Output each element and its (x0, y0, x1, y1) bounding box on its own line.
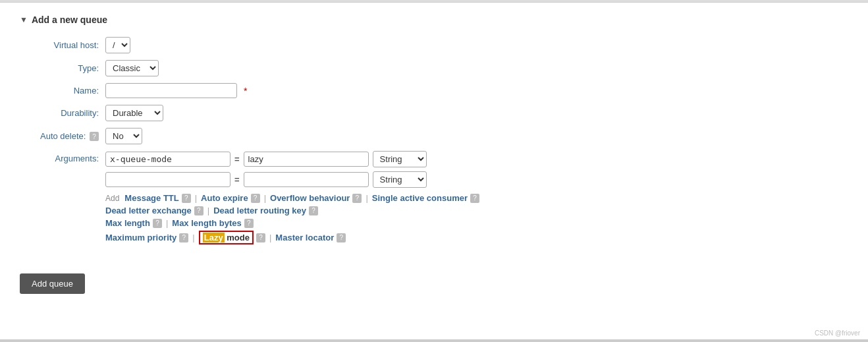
link-dead-letter-routing-key[interactable]: Dead letter routing key (213, 206, 306, 215)
help-message-ttl[interactable]: ? (182, 194, 191, 203)
type-control: Classic Quorum (105, 60, 159, 76)
virtual-host-control: / (105, 37, 130, 53)
lazy-mode-highlight: Lazy mode (199, 231, 254, 244)
help-maximum-priority[interactable]: ? (179, 233, 188, 242)
name-input[interactable] (105, 83, 237, 98)
add-label: Add (105, 194, 119, 203)
durability-row: Durability: Durable Transient (20, 105, 848, 121)
arguments-label: Arguments: (20, 151, 105, 163)
sep-2: | (264, 193, 266, 203)
help-auto-expire[interactable]: ? (251, 194, 260, 203)
arg-key-input-2[interactable] (105, 172, 231, 187)
help-max-length[interactable]: ? (153, 219, 162, 228)
link-overflow-behaviour[interactable]: Overflow behaviour (270, 193, 350, 203)
links-line-3: Max length ? | Max length bytes ? (105, 218, 848, 228)
arg-type-select-1[interactable]: String Boolean Number List (373, 151, 427, 167)
section-title-text: Add a new queue (32, 14, 107, 25)
link-master-locator[interactable]: Master locator (275, 233, 334, 242)
link-max-length[interactable]: Max length (105, 218, 150, 228)
help-dead-letter-exchange[interactable]: ? (194, 206, 203, 215)
link-dead-letter-exchange[interactable]: Dead letter exchange (105, 206, 192, 215)
help-master-locator[interactable]: ? (337, 233, 346, 242)
required-star: * (244, 86, 247, 96)
add-queue-button[interactable]: Add queue (20, 273, 85, 294)
arguments-inputs: = String Boolean Number List = String (105, 151, 427, 188)
help-overflow[interactable]: ? (352, 194, 362, 203)
name-control: * (105, 83, 247, 98)
sep-3: | (366, 193, 367, 203)
links-line-2: Dead letter exchange ? | Dead letter rou… (105, 206, 848, 215)
auto-delete-help[interactable]: ? (90, 132, 99, 141)
type-select[interactable]: Classic Quorum (105, 60, 159, 76)
sep-6: | (192, 233, 194, 242)
add-queue-section: ▼ Add a new queue Virtual host: / Type: … (0, 3, 868, 267)
link-max-length-bytes[interactable]: Max length bytes (172, 218, 241, 228)
section-title[interactable]: ▼ Add a new queue (20, 14, 848, 25)
arguments-section: Arguments: = String Boolean Number List (20, 151, 848, 188)
link-lazy-mode[interactable]: Lazy mode (203, 233, 250, 242)
durability-label: Durability: (20, 108, 105, 118)
auto-delete-label-text: Auto delete: (40, 131, 86, 141)
eq-sign-2: = (234, 175, 240, 185)
auto-delete-select[interactable]: No Yes (105, 128, 142, 144)
name-label: Name: (20, 86, 105, 96)
links-line-4: Maximum priority ? | Lazy mode ? | Maste… (105, 231, 848, 244)
virtual-host-select[interactable]: / (105, 37, 130, 53)
link-auto-expire[interactable]: Auto expire (201, 193, 248, 203)
links-line-1: Add Message TTL ? | Auto expire ? | Over… (105, 193, 848, 203)
add-links-row: Add Message TTL ? | Auto expire ? | Over… (105, 193, 848, 244)
lazy-text-yellow: Lazy (203, 233, 225, 242)
virtual-host-row: Virtual host: / (20, 37, 848, 53)
arg-row-2: = String Boolean Number List (105, 171, 427, 188)
sep-5: | (166, 218, 168, 228)
durability-select[interactable]: Durable Transient (105, 105, 163, 121)
help-max-length-bytes[interactable]: ? (244, 219, 254, 228)
lazy-text-white: mode (227, 233, 250, 242)
virtual-host-label: Virtual host: (20, 40, 105, 50)
sep-1: | (195, 193, 197, 203)
link-maximum-priority[interactable]: Maximum priority (105, 233, 176, 242)
arg-value-input-1[interactable] (244, 152, 369, 167)
auto-delete-label: Auto delete: ? (20, 131, 105, 142)
link-message-ttl[interactable]: Message TTL (124, 193, 178, 203)
arg-key-input-1[interactable] (105, 152, 231, 167)
help-lazy-mode[interactable]: ? (256, 233, 265, 242)
bottom-border (0, 339, 868, 342)
watermark: CSDN @friover (815, 329, 860, 337)
help-dead-letter-routing[interactable]: ? (309, 206, 318, 215)
sep-7: | (269, 233, 271, 242)
help-single-active[interactable]: ? (470, 194, 479, 203)
arg-row-1: = String Boolean Number List (105, 151, 427, 167)
auto-delete-control: No Yes (105, 128, 142, 144)
name-row: Name: * (20, 83, 848, 98)
sep-4: | (207, 206, 209, 215)
type-label: Type: (20, 63, 105, 73)
eq-sign-1: = (234, 154, 240, 164)
arg-type-select-2[interactable]: String Boolean Number List (373, 171, 427, 188)
auto-delete-row: Auto delete: ? No Yes (20, 128, 848, 144)
type-row: Type: Classic Quorum (20, 60, 848, 76)
arg-value-input-2[interactable] (244, 172, 369, 187)
durability-control: Durable Transient (105, 105, 163, 121)
link-single-active-consumer[interactable]: Single active consumer (372, 193, 468, 203)
page-wrapper: ▼ Add a new queue Virtual host: / Type: … (0, 0, 868, 342)
collapse-arrow: ▼ (20, 15, 28, 24)
